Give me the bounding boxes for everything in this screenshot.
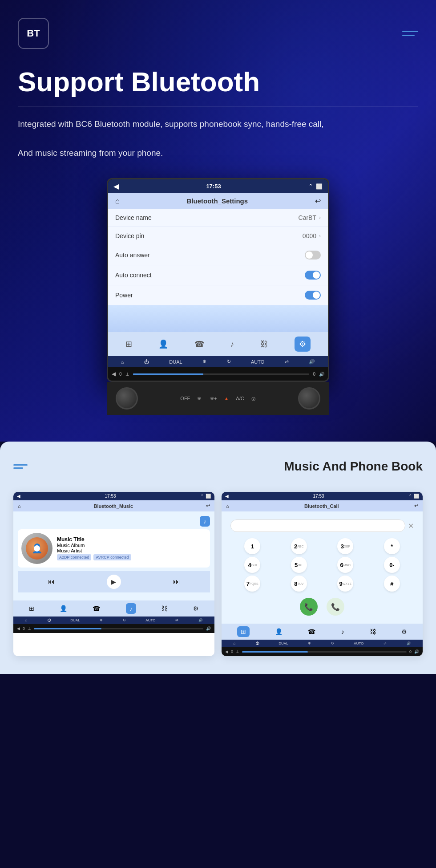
p-snow[interactable]: ❄ xyxy=(308,641,311,645)
p-home[interactable]: ⌂ xyxy=(233,641,235,645)
p-vol[interactable]: 🔊 xyxy=(407,641,411,645)
snowflake-icon[interactable]: ❄ xyxy=(202,359,206,365)
m-power[interactable]: ⏻ xyxy=(47,618,51,622)
music-grid-icon[interactable]: ⊞ xyxy=(29,605,34,612)
music-settings-icon[interactable]: ⚙ xyxy=(193,605,199,612)
temp-slider[interactable] xyxy=(133,373,310,375)
p-flow[interactable]: ⇌ xyxy=(384,641,387,645)
person-icon[interactable]: 👤 xyxy=(158,339,168,349)
auto-connect-toggle[interactable] xyxy=(305,271,321,280)
dial-0[interactable]: 0· xyxy=(384,557,400,573)
recirculate-icon[interactable]: ↻ xyxy=(227,359,231,365)
end-call-btn[interactable]: 📞 xyxy=(327,598,344,616)
volume-icon[interactable]: 🔊 xyxy=(309,359,315,365)
p-floor[interactable]: ⊥ xyxy=(236,649,239,654)
back-icon[interactable]: ↩ xyxy=(315,197,321,205)
next-btn[interactable]: ⏭ xyxy=(173,578,180,586)
phone-icon[interactable]: ☎ xyxy=(194,339,204,349)
power-ctrl-icon[interactable]: ⏻ xyxy=(144,359,149,365)
prev-btn[interactable]: ⏮ xyxy=(48,578,55,586)
dial-9[interactable]: 9WXYZ xyxy=(337,576,353,592)
dial-4[interactable]: 4GHI xyxy=(244,557,260,573)
music-active-icon[interactable]: ♪ xyxy=(126,603,136,614)
volume-right-icon[interactable]: 🔊 xyxy=(319,372,324,377)
clear-btn[interactable]: ✕ xyxy=(408,522,414,530)
dial-8[interactable]: 8TUV xyxy=(291,576,307,592)
p-recirc[interactable]: ↻ xyxy=(331,641,334,645)
device-pin-label: Device pin xyxy=(115,232,144,239)
temp-plus-icon[interactable]: ❄+ xyxy=(210,396,217,402)
m-floor[interactable]: ⊥ xyxy=(28,626,31,631)
p-slider[interactable] xyxy=(242,651,407,653)
auto-connect-row[interactable]: Auto connect xyxy=(108,265,328,285)
fan-icon[interactable]: ◎ xyxy=(251,396,256,402)
music-icon[interactable]: ♪ xyxy=(230,340,234,349)
p-power[interactable]: ⏻ xyxy=(255,641,259,645)
airflow-icon[interactable]: ⇌ xyxy=(285,359,289,365)
music-time: 17:53 xyxy=(105,494,116,499)
m-vol-right[interactable]: 🔊 xyxy=(206,626,211,631)
left-rotary-knob[interactable] xyxy=(116,387,138,410)
phone-settings-icon[interactable]: ⚙ xyxy=(401,628,407,635)
power-row[interactable]: Power xyxy=(108,285,328,305)
p-dual: DUAL xyxy=(279,641,288,645)
music-home-icon[interactable]: ⌂ xyxy=(18,503,21,509)
call-btn[interactable]: 📞 xyxy=(300,598,318,616)
home-ctrl-icon[interactable]: ⌂ xyxy=(121,359,124,365)
m-vol[interactable]: 🔊 xyxy=(198,618,203,622)
auto-answer-row[interactable]: Auto answer xyxy=(108,245,328,265)
dial-7[interactable]: 7PQRS xyxy=(244,576,260,592)
p-vol-right[interactable]: 🔊 xyxy=(414,649,419,654)
music-phone-icon[interactable]: ☎ xyxy=(93,605,100,612)
phone-call-icon[interactable]: ☎ xyxy=(308,628,315,635)
m-snow[interactable]: ❄ xyxy=(100,618,103,622)
power-toggle[interactable] xyxy=(305,291,321,300)
dial-5[interactable]: 5JKL xyxy=(291,557,307,573)
phone-back-btn[interactable]: ◀ xyxy=(225,494,229,499)
dial-hash[interactable]: # xyxy=(384,576,400,592)
temp-value: 0 xyxy=(313,372,315,377)
m-slider[interactable] xyxy=(34,628,203,629)
device-pin-row[interactable]: Device pin 0000 › xyxy=(108,227,328,245)
dial-6[interactable]: 6MNO xyxy=(337,557,353,573)
music-status-icons: ⌃ ⬜ xyxy=(200,494,211,499)
phone-back-icon[interactable]: ↩ xyxy=(414,503,418,509)
dial-2[interactable]: 2ABC xyxy=(291,538,307,554)
spacer-area xyxy=(108,305,328,332)
home-icon[interactable]: ⌂ xyxy=(115,197,120,205)
chevron-right-icon-2: › xyxy=(319,233,321,239)
music-info: Music Title Music Album Music Artist A2D… xyxy=(57,536,132,560)
floor-icon[interactable]: ⊥ xyxy=(125,372,129,377)
section-icon xyxy=(13,464,28,469)
grid-icon[interactable]: ⊞ xyxy=(125,339,132,349)
phone-link-icon[interactable]: ⛓ xyxy=(370,628,376,635)
phone-grid-active[interactable]: ⊞ xyxy=(237,626,250,637)
m-recirc[interactable]: ↻ xyxy=(123,618,126,622)
m-home[interactable]: ⌂ xyxy=(25,618,27,622)
music-back-btn[interactable]: ◀ xyxy=(17,494,20,499)
device-name-row[interactable]: Device name CarBT › xyxy=(108,209,328,227)
dial-3[interactable]: 3DEF xyxy=(337,538,353,554)
back-ctrl-icon[interactable]: ◀ xyxy=(112,371,116,377)
phone-home-icon[interactable]: ⌂ xyxy=(226,503,229,509)
temp-minus-icon[interactable]: ❄- xyxy=(197,396,203,402)
play-btn[interactable]: ▶ xyxy=(107,575,121,589)
auto-answer-toggle[interactable] xyxy=(305,251,321,260)
phone-person-icon[interactable]: 👤 xyxy=(275,628,283,635)
dial-star[interactable]: * xyxy=(384,538,400,554)
hamburger-menu[interactable] xyxy=(402,31,418,36)
dialer-input-field[interactable] xyxy=(230,519,405,532)
m-flow[interactable]: ⇌ xyxy=(175,618,178,622)
right-rotary-knob[interactable] xyxy=(298,387,320,410)
a2dp-badge: A2DP connected xyxy=(57,554,91,560)
link-icon[interactable]: ⛓ xyxy=(260,340,268,349)
back-arrow-icon[interactable]: ◀ xyxy=(113,182,119,191)
phone-music-icon[interactable]: ♪ xyxy=(341,628,344,635)
music-back-icon[interactable]: ↩ xyxy=(206,503,210,509)
music-person-icon[interactable]: 👤 xyxy=(60,605,67,612)
m-back[interactable]: ◀ xyxy=(17,626,20,631)
dial-1[interactable]: 1 xyxy=(244,538,260,554)
music-link-icon[interactable]: ⛓ xyxy=(161,605,168,612)
p-back[interactable]: ◀ xyxy=(225,649,228,654)
settings-active-icon[interactable]: ⚙ xyxy=(295,337,311,352)
